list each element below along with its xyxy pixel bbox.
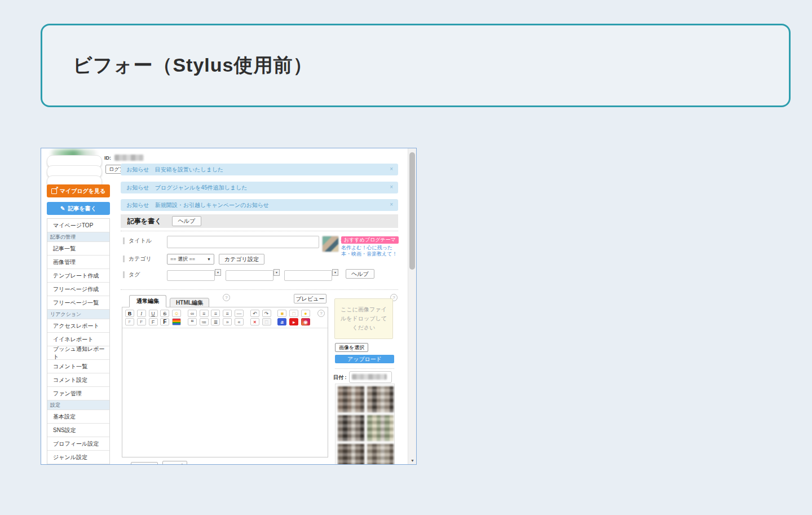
instagram-icon[interactable]: ◉ — [301, 318, 310, 325]
sidebar-menu-item[interactable]: マイページTOP — [47, 219, 109, 232]
font-size-xlarge-icon[interactable]: F — [160, 318, 169, 325]
tab-normal-edit[interactable]: 通常編集 — [129, 295, 166, 307]
sidebar-menu: マイページTOP 記事の管理 記事一覧 画像管理 テンプレート作成 フリーページ… — [47, 218, 110, 465]
recommend-theme-link[interactable]: 名作よむ！心に残った本・映画・音楽教えて！ — [341, 245, 398, 257]
tag-input[interactable] — [167, 270, 215, 281]
recommend-theme-badge: おすすめブログテーマ — [341, 236, 399, 244]
sidebar-menu-item[interactable]: フリーページ一覧 — [47, 296, 109, 310]
image-thumbnail[interactable] — [367, 386, 394, 412]
more-button[interactable]: More — [131, 462, 158, 465]
sidebar-menu-item[interactable]: プロフィール設定 — [47, 437, 109, 451]
upload-button[interactable]: アップロード — [335, 355, 394, 363]
select-image-button[interactable]: 画像を選択 — [335, 343, 368, 352]
image-dropzone[interactable]: ここに画像ファイルをドロップしてください — [334, 298, 393, 339]
editor-box: B I U S ☺ ∞ ≡ ≡ ≡ — ↶ ↷ ■ □ ● F F F F “ … — [122, 307, 328, 457]
scrollbar-thumb[interactable] — [409, 152, 415, 270]
strikethrough-icon[interactable]: S — [160, 310, 169, 317]
sidebar-menu-item[interactable]: コメント一覧 — [47, 360, 109, 373]
notification-close-icon[interactable]: × — [390, 201, 393, 208]
image-thumbnail[interactable] — [367, 415, 394, 441]
help-button[interactable]: ヘルプ — [172, 216, 202, 226]
sidebar-menu-item[interactable]: アクセスレポート — [47, 319, 109, 333]
view-myblog-button[interactable]: マイブログを見る — [47, 184, 110, 197]
sidebar-menu-item[interactable]: フリーページ作成 — [47, 283, 109, 296]
sidebar-menu-item[interactable]: イイネレポート — [47, 333, 109, 346]
folder-icon[interactable]: ■ — [277, 310, 286, 317]
clear-format-icon[interactable]: □ — [262, 318, 271, 325]
category-select[interactable]: == 選択 == ▼ — [167, 254, 214, 265]
scroll-down-icon[interactable]: ▼ — [408, 459, 417, 463]
sidebar-menu-item[interactable]: 基本設定 — [47, 410, 109, 424]
bullet-list-icon[interactable]: ≔ — [200, 318, 209, 325]
horizontal-rule-icon[interactable]: — — [235, 310, 244, 317]
sidebar-menu-item: リアクション — [47, 310, 109, 319]
help-icon[interactable]: ? — [223, 294, 230, 301]
date-input[interactable] — [349, 371, 392, 383]
font-size-medium-icon[interactable]: F — [137, 318, 146, 325]
align-right-icon[interactable]: ≡ — [223, 310, 232, 317]
write-article-button[interactable]: ✎ 記事を書く — [47, 202, 110, 215]
align-center-icon[interactable]: ≡ — [211, 310, 220, 317]
title-field-label: タイトル — [123, 237, 152, 244]
bold-icon[interactable]: B — [125, 310, 134, 317]
help-icon[interactable]: ? — [317, 310, 325, 317]
ameba-app-icon[interactable]: a — [277, 318, 286, 325]
blog-admin-screenshot: ID: ログアウト マイブログを見る ✎ 記事を書く マイページTOP 記事の管… — [41, 148, 417, 465]
category-settings-button[interactable]: カテゴリ設定 — [219, 254, 264, 265]
font-color-icon[interactable] — [172, 318, 181, 325]
tag-input[interactable] — [226, 270, 273, 281]
sidebar-menu-item[interactable]: プッシュ通知レポート — [47, 346, 109, 360]
bell-icon[interactable]: ● — [301, 310, 310, 317]
underline-icon[interactable]: U — [149, 310, 158, 317]
delete-icon[interactable]: × — [250, 318, 259, 325]
font-size-large-icon[interactable]: F — [149, 318, 158, 325]
sidebar-menu-item[interactable]: コメント設定 — [47, 373, 109, 387]
preview-button[interactable]: プレビュー — [294, 294, 326, 303]
numbered-list-icon[interactable]: ≣ — [211, 318, 220, 325]
vertical-scrollbar[interactable]: ▼ — [408, 148, 416, 464]
tag-dropdown-button[interactable]: ▾ — [273, 269, 280, 276]
tab-html-edit[interactable]: HTML編集 — [170, 298, 209, 307]
image-thumbnail[interactable] — [367, 444, 394, 465]
outdent-icon[interactable]: « — [235, 318, 244, 325]
italic-icon[interactable]: I — [137, 310, 146, 317]
font-size-small-icon[interactable]: F — [125, 318, 134, 325]
notification-close-icon[interactable]: × — [390, 166, 393, 172]
sidebar-menu-item[interactable]: 記事一覧 — [47, 242, 109, 256]
sidebar-menu-item[interactable]: ファン管理 — [47, 387, 109, 400]
undo-icon[interactable]: ↶ — [250, 310, 259, 317]
view-myblog-label: マイブログを見る — [60, 187, 106, 195]
link-icon[interactable]: ∞ — [188, 310, 197, 317]
image-thumbnail[interactable] — [338, 415, 364, 441]
notification-text: 目安箱を設置いたしました — [155, 166, 224, 174]
align-left-icon[interactable]: ≡ — [200, 310, 209, 317]
image-thumbnail[interactable] — [338, 444, 364, 465]
tag-dropdown-button[interactable]: ▾ — [215, 269, 221, 276]
sidebar-menu-item[interactable]: テンプレート作成 — [47, 269, 109, 283]
youtube-icon[interactable]: ▸ — [289, 318, 298, 325]
notification-close-icon[interactable]: × — [390, 184, 393, 190]
bottom-help-button[interactable]: ヘルプ — [162, 461, 187, 465]
tag-input-group: ▾ — [167, 269, 221, 280]
tag-dropdown-button[interactable]: ▾ — [332, 269, 338, 276]
recommend-theme-thumbnail[interactable] — [322, 236, 339, 252]
notification-label: お知らせ — [126, 184, 149, 192]
pencil-icon: ✎ — [60, 205, 65, 212]
chevron-down-icon: ▼ — [207, 257, 211, 261]
sidebar-menu-item[interactable]: SNS設定 — [47, 424, 109, 437]
emoji-icon[interactable]: ☺ — [172, 310, 181, 317]
sidebar-menu-item[interactable]: ジャンル設定 — [47, 451, 109, 464]
file-icon[interactable]: □ — [289, 310, 298, 317]
sidebar-menu-item[interactable] — [47, 464, 109, 465]
sidebar-menu-item[interactable]: 画像管理 — [47, 256, 109, 269]
divider — [121, 289, 398, 290]
sidebar-menu-item: 設定 — [47, 400, 109, 410]
tag-help-button[interactable]: ヘルプ — [346, 269, 374, 279]
image-thumbnail[interactable] — [338, 386, 364, 412]
toolbar-row-2: F F F F “ ≔ ≣ » « × □ a ▸ ◉ — [125, 318, 325, 326]
indent-icon[interactable]: » — [223, 318, 232, 325]
redo-icon[interactable]: ↷ — [262, 310, 271, 317]
tag-input[interactable] — [284, 270, 332, 281]
quote-icon[interactable]: “ — [188, 318, 197, 325]
article-title-input[interactable] — [167, 236, 319, 248]
